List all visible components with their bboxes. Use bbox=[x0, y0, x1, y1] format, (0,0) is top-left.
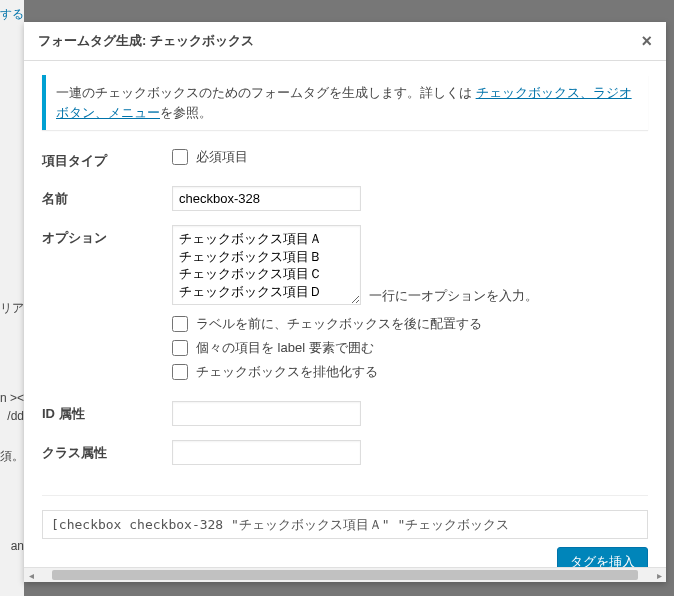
wrap-label-checkbox-row[interactable]: 個々の項目を label 要素で囲む bbox=[172, 339, 648, 357]
exclusive-checkbox[interactable] bbox=[172, 364, 188, 380]
modal-title: フォームタグ生成: チェックボックス bbox=[38, 32, 641, 50]
close-icon[interactable]: × bbox=[641, 32, 652, 50]
wrap-label-text: 個々の項目を label 要素で囲む bbox=[196, 339, 374, 357]
class-attr-input[interactable] bbox=[172, 440, 361, 465]
form-tag-generator-modal: フォームタグ生成: チェックボックス × 一連のチェックボックスのためのフォーム… bbox=[24, 22, 666, 582]
name-input[interactable] bbox=[172, 186, 361, 211]
label-options: オプション bbox=[42, 225, 172, 247]
label-first-text: ラベルを前に、チェックボックスを後に配置する bbox=[196, 315, 482, 333]
info-text-suffix: を参照。 bbox=[160, 105, 212, 120]
required-checkbox-label: 必須項目 bbox=[196, 148, 248, 166]
label-field-type: 項目タイプ bbox=[42, 148, 172, 170]
label-class-attr: クラス属性 bbox=[42, 440, 172, 462]
form-fields-grid: 項目タイプ 必須項目 名前 オプション チェックボックス項目Ａ チェックボックス… bbox=[42, 148, 648, 465]
scroll-right-arrow-icon[interactable]: ▸ bbox=[652, 570, 666, 581]
label-first-checkbox[interactable] bbox=[172, 316, 188, 332]
modal-header: フォームタグ生成: チェックボックス × bbox=[24, 22, 666, 61]
options-textarea[interactable]: チェックボックス項目Ａ チェックボックス項目Ｂ チェックボックス項目Ｃ チェック… bbox=[172, 225, 361, 305]
shortcode-output[interactable] bbox=[42, 510, 648, 539]
exclusive-text: チェックボックスを排他化する bbox=[196, 363, 378, 381]
required-checkbox[interactable] bbox=[172, 149, 188, 165]
wrap-label-checkbox[interactable] bbox=[172, 340, 188, 356]
background-admin-fragment: する リア n >< /dd 須。 an bbox=[0, 0, 24, 596]
info-notice: 一連のチェックボックスのためのフォームタグを生成します。詳しくは チェックボック… bbox=[42, 75, 648, 130]
options-hint: 一行に一オプションを入力。 bbox=[369, 288, 538, 303]
exclusive-checkbox-row[interactable]: チェックボックスを排他化する bbox=[172, 363, 648, 381]
info-text-prefix: 一連のチェックボックスのためのフォームタグを生成します。詳しくは bbox=[56, 85, 472, 100]
label-name: 名前 bbox=[42, 186, 172, 208]
id-attr-input[interactable] bbox=[172, 401, 361, 426]
horizontal-scrollbar[interactable]: ◂ ▸ bbox=[24, 567, 666, 582]
required-checkbox-row[interactable]: 必須項目 bbox=[172, 148, 648, 166]
scrollbar-thumb[interactable] bbox=[52, 570, 638, 580]
label-id-attr: ID 属性 bbox=[42, 401, 172, 423]
scroll-left-arrow-icon[interactable]: ◂ bbox=[24, 570, 38, 581]
modal-body: 一連のチェックボックスのためのフォームタグを生成します。詳しくは チェックボック… bbox=[24, 61, 666, 582]
label-first-checkbox-row[interactable]: ラベルを前に、チェックボックスを後に配置する bbox=[172, 315, 648, 333]
